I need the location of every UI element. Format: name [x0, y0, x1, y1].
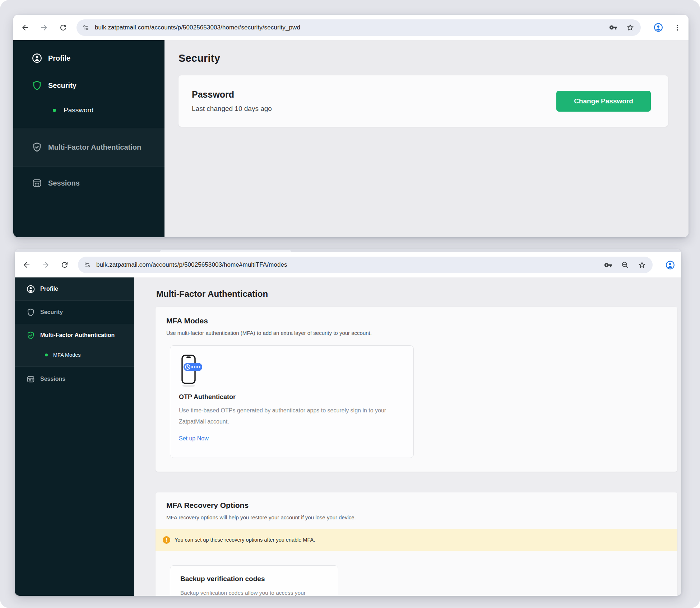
shield-check-icon	[32, 142, 42, 153]
sidebar-item-label: Profile	[48, 54, 70, 62]
forward-arrow-icon[interactable]	[40, 23, 49, 32]
change-password-button[interactable]: Change Password	[556, 91, 651, 112]
site-info-icon[interactable]	[82, 24, 89, 31]
reload-icon[interactable]	[59, 23, 68, 32]
backup-codes-description: Backup verification codes allow you to a…	[180, 587, 328, 596]
desktop-background: bulk.zatpatmail.com/accounts/p/500256530…	[0, 0, 700, 608]
browser-tab[interactable]	[160, 250, 291, 252]
backup-codes-card: Backup verification codes Backup verific…	[170, 565, 338, 596]
sidebar-item-label: Security	[48, 81, 77, 90]
zoom-out-icon[interactable]	[621, 261, 629, 269]
browser-window-security: bulk.zatpatmail.com/accounts/p/500256530…	[13, 15, 689, 237]
sidebar-item-label: Profile	[40, 286, 58, 292]
sidebar-item-label: Sessions	[48, 179, 80, 187]
page-title: Multi-Factor Authentication	[156, 289, 681, 299]
security-page: Security Password Last changed 10 days a…	[164, 40, 689, 237]
backup-codes-title: Backup verification codes	[180, 575, 328, 583]
sidebar-item-security[interactable]: Security	[15, 301, 134, 324]
password-card: Password Last changed 10 days ago Change…	[179, 75, 668, 127]
browser-toolbar: bulk.zatpatmail.com/accounts/p/500256530…	[13, 15, 689, 40]
star-icon[interactable]	[638, 261, 646, 269]
set-up-now-link[interactable]: Set up Now	[179, 435, 209, 442]
recovery-info-banner: ! You can set up these recovery options …	[156, 529, 677, 551]
browser-toolbar: bulk.zatpatmail.com/accounts/p/500256530…	[15, 252, 681, 277]
otp-card-description: Use time-based OTPs generated by authent…	[179, 405, 412, 427]
back-arrow-icon[interactable]	[20, 23, 30, 32]
sidebar-item-label: Security	[40, 309, 63, 315]
otp-card-title: OTP Authenticator	[179, 393, 405, 401]
sidebar-item-label: Sessions	[40, 376, 65, 382]
reload-icon[interactable]	[60, 260, 69, 270]
recovery-banner-text: You can set up these recovery options af…	[175, 537, 315, 543]
sidebar-subitem-label: MFA Modes	[53, 352, 81, 358]
active-dot-icon	[45, 354, 48, 356]
otp-authenticator-card: OTP Authenticator Use time-based OTPs ge…	[170, 345, 414, 458]
sidebar-item-label: Multi-Factor Authentication	[48, 143, 141, 151]
address-bar[interactable]: bulk.zatpatmail.com/accounts/p/500256530…	[77, 19, 641, 36]
browser-window-mfa: bulk.zatpatmail.com/accounts/p/500256530…	[15, 249, 681, 596]
mfa-modes-description: Use multi-factor authentication (MFA) to…	[166, 330, 677, 336]
recovery-description: MFA recovery options will help you resto…	[166, 514, 677, 520]
settings-sidebar: Profile Security Password Multi-Factor A…	[13, 40, 164, 237]
sidebar-subitem-password[interactable]: Password	[13, 99, 164, 121]
site-info-icon[interactable]	[84, 261, 91, 268]
shield-icon	[26, 308, 35, 317]
mfa-page: Multi-Factor Authentication MFA Modes Us…	[134, 277, 681, 596]
forward-arrow-icon[interactable]	[41, 260, 50, 270]
active-dot-icon	[53, 109, 56, 112]
sidebar-item-security[interactable]: Security	[13, 72, 164, 99]
key-icon[interactable]	[604, 261, 612, 269]
otp-phone-icon	[179, 355, 204, 388]
profile-icon	[26, 285, 35, 294]
password-card-title: Password	[192, 89, 272, 100]
profile-avatar-icon[interactable]	[666, 260, 675, 270]
address-bar[interactable]: bulk.zatpatmail.com/accounts/p/500256530…	[78, 257, 653, 273]
mfa-recovery-card: MFA Recovery Options MFA recovery option…	[156, 492, 677, 596]
mfa-modes-card: MFA Modes Use multi-factor authenticatio…	[156, 307, 677, 472]
sidebar-item-mfa[interactable]: Multi-Factor Authentication	[15, 324, 134, 346]
tab-strip	[15, 249, 681, 252]
sessions-icon	[26, 375, 35, 384]
recovery-title: MFA Recovery Options	[166, 501, 677, 510]
sidebar-item-label: Multi-Factor Authentication	[40, 332, 115, 338]
shield-check-icon	[26, 331, 35, 340]
menu-dots-icon[interactable]	[673, 23, 682, 32]
key-icon[interactable]	[609, 23, 617, 32]
mfa-modes-title: MFA Modes	[166, 317, 677, 325]
url-text[interactable]: bulk.zatpatmail.com/accounts/p/500256530…	[95, 24, 300, 31]
sessions-icon	[32, 178, 42, 188]
shield-icon	[32, 80, 42, 91]
sidebar-item-profile[interactable]: Profile	[13, 45, 164, 72]
back-arrow-icon[interactable]	[22, 260, 31, 270]
sidebar-subitem-label: Password	[64, 106, 93, 114]
password-last-changed: Last changed 10 days ago	[192, 105, 272, 113]
star-icon[interactable]	[626, 23, 634, 32]
page-title: Security	[179, 52, 689, 64]
sidebar-item-sessions[interactable]: Sessions	[15, 367, 134, 391]
sidebar-subitem-mfa-modes[interactable]: MFA Modes	[15, 346, 134, 364]
alert-icon: !	[163, 536, 170, 544]
profile-avatar-icon[interactable]	[654, 23, 663, 32]
settings-sidebar: Profile Security Multi-Factor Authentica…	[15, 277, 134, 596]
sidebar-item-sessions[interactable]: Sessions	[13, 169, 164, 197]
sidebar-item-mfa[interactable]: Multi-Factor Authentication	[13, 134, 164, 161]
url-text[interactable]: bulk.zatpatmail.com/accounts/p/500256530…	[96, 261, 287, 268]
sidebar-item-profile[interactable]: Profile	[15, 277, 134, 300]
profile-icon	[32, 53, 42, 64]
